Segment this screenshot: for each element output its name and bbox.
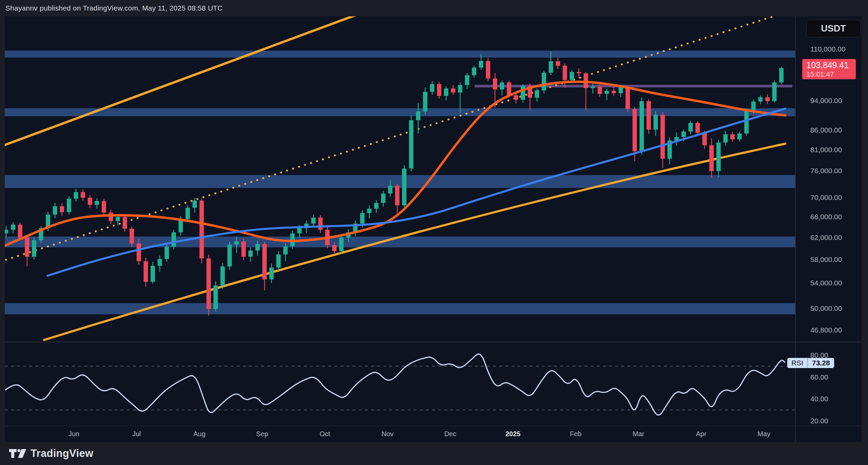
price-tick: 86,000.00 [810, 126, 842, 134]
time-tick: Nov [381, 430, 394, 438]
price-tick: 58,000.00 [810, 256, 842, 264]
price-tick: 110,000.00 [810, 45, 846, 53]
time-axis-divider [5, 426, 862, 426]
time-tick: Aug [193, 430, 205, 438]
price-tick: 66,000.00 [810, 213, 842, 221]
time-tick: Apr [696, 430, 706, 438]
price-tick: 62,000.00 [810, 234, 842, 242]
time-tick: Jun [68, 430, 79, 438]
chart-canvas[interactable] [0, 0, 868, 465]
tradingview-brand[interactable]: TradingView [9, 447, 93, 460]
time-tick: 2025 [506, 430, 521, 438]
footer: TradingView [0, 442, 868, 465]
last-price-badge: 103,849.41 15:01:47 [802, 59, 856, 79]
price-tick: 54,000.00 [810, 279, 842, 287]
rsi-value: 73.28 [808, 358, 834, 368]
tradingview-logo-icon [9, 448, 26, 459]
tradingview-wordmark: TradingView [31, 447, 93, 460]
time-tick: Jul [132, 430, 141, 438]
time-tick: Sep [256, 430, 268, 438]
rsi-value-badge: RSI 73.28 [787, 358, 834, 368]
pane-divider[interactable] [5, 342, 862, 342]
price-tick: 81,000.00 [810, 146, 842, 154]
bar-countdown: 15:01:47 [806, 70, 856, 78]
price-tick: 50,000.00 [810, 304, 842, 312]
time-tick: May [757, 430, 770, 438]
price-tick: 94,000.00 [810, 97, 842, 105]
time-tick: Mar [633, 430, 644, 438]
rsi-label: RSI [787, 358, 807, 368]
time-tick: Dec [444, 430, 456, 438]
price-axis-divider [795, 16, 796, 442]
time-tick: Oct [319, 430, 330, 438]
rsi-tick: 40.00 [810, 395, 828, 403]
currency-badge-label: USDT [821, 23, 846, 34]
price-tick: 76,000.00 [810, 167, 842, 175]
rsi-tick: 60.00 [810, 373, 828, 381]
last-price-value: 103,849.41 [806, 60, 856, 70]
price-tick: 46,800.00 [810, 326, 842, 334]
time-tick: Feb [570, 430, 581, 438]
rsi-tick: 20.00 [810, 417, 828, 425]
price-tick: 70,000.00 [810, 194, 842, 202]
currency-badge: USDT [806, 20, 861, 37]
